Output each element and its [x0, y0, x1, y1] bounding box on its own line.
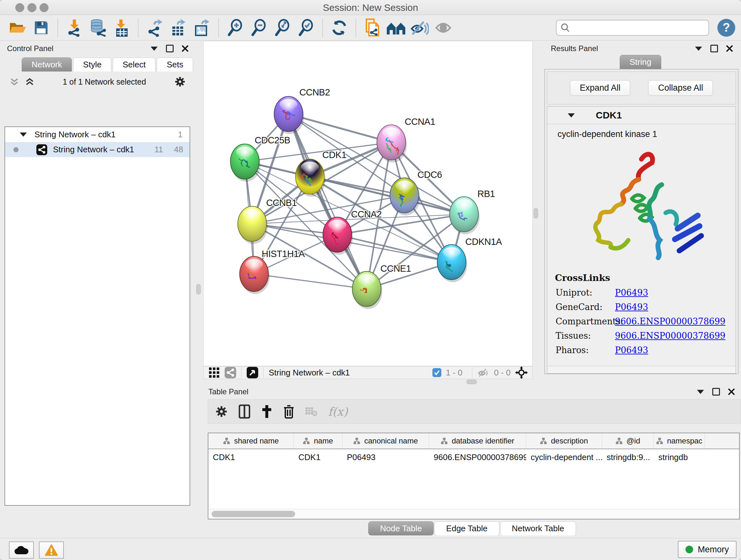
tab-network-table[interactable]: Network Table — [500, 521, 576, 536]
node-CCNB1[interactable] — [238, 206, 268, 244]
main-toolbar: ? — [0, 15, 741, 41]
table-gear-icon[interactable] — [215, 405, 228, 418]
tab-node-table[interactable]: Node Table — [368, 521, 434, 536]
tab-sets[interactable]: Sets — [157, 57, 193, 71]
crosslink-link[interactable]: P06493 — [615, 288, 648, 298]
export-network-button[interactable] — [145, 18, 165, 38]
column-header-@id[interactable]: @id — [602, 433, 654, 449]
right-splitter-handle[interactable] — [534, 208, 538, 219]
edge-HIST1H1A-CCNE1[interactable] — [254, 274, 367, 289]
eye-slash-icon — [410, 20, 429, 36]
hide-show-button[interactable] — [410, 18, 429, 38]
node-CCNB2[interactable] — [274, 97, 304, 134]
expand-all-button[interactable]: Expand All — [570, 80, 630, 96]
node-CDK1[interactable] — [295, 159, 326, 197]
collapse-all-networks-icon[interactable] — [25, 77, 35, 86]
table-cell: 9606.ENSP00000378699 — [429, 449, 526, 462]
help-button[interactable]: ? — [718, 19, 735, 37]
panel-menu-icon[interactable] — [697, 390, 704, 394]
node-CDKN1A[interactable] — [437, 245, 467, 282]
collection-disclosure-icon[interactable] — [20, 132, 27, 137]
column-header-database-identifier[interactable]: database identifier — [429, 433, 526, 449]
results-tab-string[interactable]: String — [620, 55, 661, 69]
network-share-icon[interactable] — [225, 367, 236, 378]
node-RB1[interactable] — [450, 197, 480, 234]
crosslink-link[interactable]: P06493 — [615, 345, 648, 355]
column-header-shared-name[interactable]: shared name — [208, 433, 294, 449]
column-header-description[interactable]: description — [526, 433, 602, 449]
network-canvas[interactable]: CCNB2CCNA1CDC25BCDK1CDC6RB1CCNB1CCNA2CDK… — [203, 41, 533, 366]
warnings-button[interactable] — [39, 542, 64, 559]
panel-close-icon[interactable] — [728, 388, 735, 395]
gear-icon[interactable] — [174, 76, 186, 87]
collapse-all-button[interactable]: Collapse All — [648, 80, 713, 96]
node-table: shared namenamecanonical namedatabase id… — [208, 433, 740, 519]
protein-name: CDK1 — [596, 110, 622, 121]
zoom-out-button[interactable] — [249, 18, 269, 38]
panel-close-icon[interactable] — [182, 45, 188, 52]
first-neighbors-button[interactable] — [386, 18, 406, 38]
import-table-file-button[interactable] — [112, 18, 131, 38]
tab-select[interactable]: Select — [113, 57, 155, 71]
node-HIST1H1A[interactable] — [240, 256, 270, 294]
panel-menu-icon[interactable] — [695, 47, 702, 51]
crosslink-link[interactable]: 9606.ENSP00000378699 — [615, 316, 725, 326]
column-header-label: database identifier — [452, 436, 514, 445]
memory-button[interactable]: Memory — [678, 541, 737, 558]
open-session-button[interactable] — [8, 18, 27, 38]
column-header-namespac[interactable]: namespac — [654, 433, 705, 449]
crosslink-link[interactable]: 9606.ENSP00000378699 — [615, 331, 725, 341]
table-toolbar: f(x) — [208, 399, 741, 424]
column-header-canonical-name[interactable]: canonical name — [342, 433, 429, 449]
network-collection-row[interactable]: String Network – cdk1 1 — [5, 127, 190, 142]
export-image-icon — [194, 19, 210, 37]
zoom-in-button[interactable] — [225, 18, 245, 38]
cloud-button[interactable] — [9, 542, 34, 559]
import-network-file-button[interactable] — [64, 18, 84, 38]
save-session-button[interactable] — [31, 18, 51, 38]
panel-menu-icon[interactable] — [151, 47, 158, 51]
expand-all-networks-icon[interactable] — [10, 77, 19, 86]
panel-float-icon[interactable] — [711, 45, 718, 52]
column-header-name[interactable]: name — [294, 433, 342, 449]
tab-style[interactable]: Style — [73, 57, 111, 71]
zoom-out-icon — [251, 19, 267, 37]
node-CDC6[interactable] — [390, 178, 420, 215]
duplicate-network-button[interactable] — [362, 18, 382, 38]
tab-edge-table[interactable]: Edge Table — [434, 521, 499, 536]
table-body: CDK1CDK1P064939606.ENSP00000378699cyclin… — [208, 449, 739, 462]
open-in-window-icon[interactable] — [247, 367, 258, 378]
panel-float-icon[interactable] — [712, 388, 720, 395]
scrollbar-thumb[interactable] — [212, 511, 295, 517]
zoom-selected-button[interactable] — [296, 18, 316, 38]
show-columns-icon[interactable] — [239, 405, 250, 419]
export-image-button[interactable] — [192, 18, 212, 38]
show-all-button[interactable] — [433, 18, 453, 38]
apply-layout-button[interactable] — [329, 18, 349, 38]
toolbar-separator — [218, 18, 219, 37]
left-splitter-handle[interactable] — [196, 284, 201, 294]
birds-eye-grid-icon[interactable] — [209, 367, 219, 378]
panel-float-icon[interactable] — [166, 45, 174, 52]
protein-card: CDK1 cyclin-dependent kinase 1 — [547, 106, 736, 374]
crosslink-link[interactable]: P06493 — [615, 302, 648, 312]
table-row[interactable]: CDK1CDK1P064939606.ENSP00000378699cyclin… — [208, 449, 739, 462]
export-table-button[interactable] — [169, 18, 188, 38]
search-input[interactable] — [573, 22, 704, 33]
node-CCNA1[interactable] — [377, 125, 407, 163]
delete-column-icon[interactable] — [283, 405, 294, 419]
create-column-icon[interactable] — [261, 405, 273, 419]
zoom-fit-button[interactable] — [273, 18, 292, 38]
horizontal-scrollbar[interactable] — [208, 509, 739, 519]
function-builder-button[interactable]: f(x) — [328, 405, 348, 418]
node-CCNA2[interactable] — [323, 217, 353, 255]
pan-crosshair-icon[interactable] — [515, 366, 528, 379]
network-row[interactable]: String Network – cdk1 11 48 — [5, 142, 190, 157]
node-CCNE1[interactable] — [352, 271, 382, 309]
panel-close-icon[interactable] — [726, 45, 733, 52]
tab-network[interactable]: Network — [22, 57, 72, 71]
protein-disclosure-icon[interactable] — [568, 113, 575, 118]
import-network-database-button[interactable] — [88, 18, 108, 38]
selected-checkbox-icon[interactable] — [432, 368, 441, 377]
bottom-splitter-handle[interactable] — [467, 380, 477, 384]
